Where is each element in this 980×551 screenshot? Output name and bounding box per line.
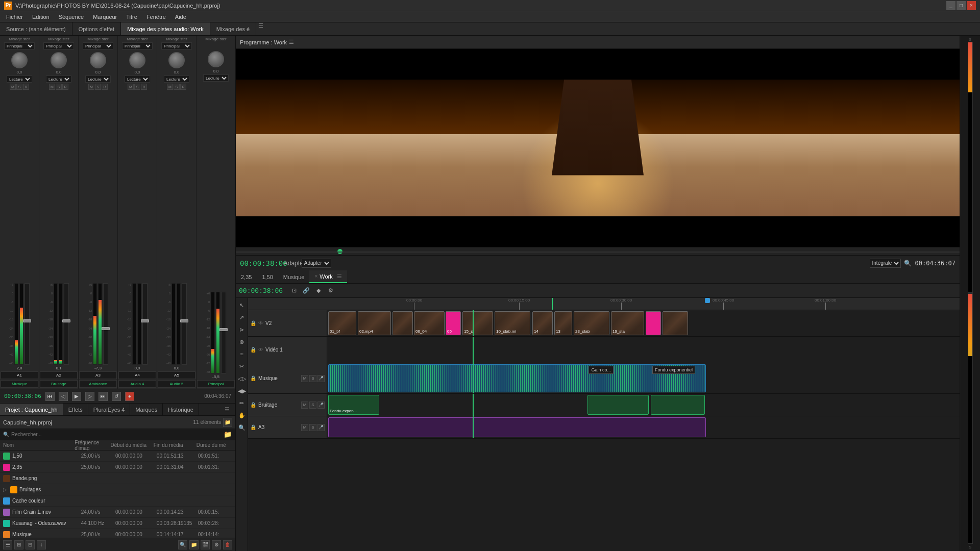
track-a3-m[interactable]: M (301, 424, 308, 431)
new-bin-footer-btn[interactable]: 📁 (189, 540, 199, 549)
list-item[interactable]: Film Grain 1.mov 24,00 i/s 00:00:00:00 0… (0, 507, 235, 518)
clip-10stab[interactable]: 10_stab.mi (495, 311, 530, 335)
search-input[interactable] (11, 432, 222, 437)
ch1-lecture-select[interactable]: Lecture (7, 76, 32, 83)
ch5-principal-select[interactable]: Principal (161, 42, 192, 49)
close-button[interactable]: × (967, 1, 976, 10)
ch1-m-btn[interactable]: M (10, 84, 16, 90)
tool-slip[interactable]: ◁▷ (237, 373, 247, 384)
monitor-playhead-bar[interactable] (236, 247, 960, 255)
ch5-lecture-select[interactable]: Lecture (164, 76, 189, 83)
ch5-fader-handle[interactable] (180, 319, 188, 322)
clip-23stab[interactable]: 23_stab (574, 311, 609, 335)
ch1-fader-handle[interactable] (23, 319, 31, 322)
clip-02-mp4[interactable]: 02.mp4 (358, 311, 391, 335)
ch3-s-btn[interactable]: S (95, 84, 101, 90)
ch2-m-btn[interactable]: M (49, 84, 55, 90)
track-a2-lock-icon[interactable]: 🔒 (250, 402, 256, 408)
monitor-zoom-btn[interactable]: 🔍 (903, 258, 913, 268)
track-v1-lock-icon[interactable]: 🔒 (250, 347, 256, 353)
proj-tab-markers[interactable]: Marques (130, 404, 163, 415)
new-bin-btn[interactable]: 📁 (224, 431, 232, 438)
ch5-r-btn[interactable]: R (180, 84, 186, 90)
tool-slide[interactable]: ◀▶ (237, 386, 247, 396)
ch3-principal-select[interactable]: Principal (83, 42, 113, 49)
track-a3-mic[interactable]: 🎤 (317, 424, 325, 431)
minimize-button[interactable]: _ (946, 1, 955, 10)
ch5-m-btn[interactable]: M (167, 84, 173, 90)
ch5-knob[interactable] (168, 52, 185, 68)
ch3-lecture-select[interactable]: Lecture (85, 76, 111, 83)
clip-15s[interactable]: 15_s (462, 311, 493, 335)
panel-menu-icon[interactable]: ☰ (256, 22, 265, 35)
ch1-knob[interactable] (11, 52, 28, 68)
ch4-s-btn[interactable]: S (134, 84, 140, 90)
sort-btn[interactable]: ↕ (37, 540, 46, 549)
ch2-r-btn[interactable]: R (62, 84, 68, 90)
tool-rate[interactable]: ≈ (237, 349, 247, 359)
tool-hand[interactable]: ✋ (237, 410, 247, 420)
tool-select[interactable]: ↖ (237, 300, 247, 310)
clip-14[interactable]: 14 (532, 311, 553, 335)
monitor-quality-select[interactable]: Intégrale (870, 259, 901, 268)
ch6-knob[interactable] (208, 51, 224, 67)
play-btn[interactable]: ▶ (72, 392, 81, 401)
maximize-button[interactable]: □ (957, 1, 966, 10)
clip-05[interactable]: 05 (446, 311, 461, 335)
proj-tab-history[interactable]: Historique (163, 404, 199, 415)
ch3-r-btn[interactable]: R (102, 84, 108, 90)
track-v2-eye-icon[interactable]: 👁 (258, 320, 263, 326)
clip-04[interactable]: 06_04 (414, 311, 445, 335)
menu-titre[interactable]: Titre (122, 13, 141, 21)
track-a2-mic[interactable]: 🎤 (317, 402, 325, 409)
tl-link-btn[interactable]: 🔗 (301, 286, 311, 296)
list-item[interactable]: 2,35 25,00 i/s 00:00:00:00 00:01:31:04 0… (0, 462, 235, 473)
ch5-fader[interactable] (182, 283, 187, 365)
expand-icon-bruitages[interactable]: ▷ (3, 487, 9, 492)
tool-roll[interactable]: ⊗ (237, 337, 247, 347)
tool-razor[interactable]: ✂ (237, 361, 247, 371)
menu-aide[interactable]: Aide (171, 13, 190, 21)
track-a1-s[interactable]: S (309, 375, 316, 382)
delete-btn[interactable]: 🗑 (223, 540, 232, 549)
next-btn[interactable]: ⏭ (99, 392, 108, 401)
list-item[interactable]: Cache couleur (0, 495, 235, 507)
clip-bruitage3[interactable] (651, 395, 705, 415)
prev-btn[interactable]: ⏮ (45, 392, 55, 401)
tool-pen[interactable]: ✏ (237, 398, 247, 408)
ch4-knob[interactable] (129, 52, 145, 68)
clip-19[interactable]: 19_sta (611, 311, 644, 335)
tl-settings-btn[interactable]: ⚙ (326, 286, 336, 296)
list-item[interactable]: Kusanagi - Odesza.wav 44 100 Hz 00:00:00… (0, 518, 235, 529)
proj-tab-project[interactable]: Projet : Capucine_hh (0, 404, 63, 415)
ch6-fader-handle[interactable] (219, 328, 228, 331)
track-a2-s[interactable]: S (309, 402, 316, 409)
tl-tab-work-close[interactable]: × (314, 273, 317, 279)
ch2-s-btn[interactable]: S (56, 84, 62, 90)
list-item[interactable]: Bande.png (0, 473, 235, 484)
list-item[interactable]: ▷ Bruitages (0, 484, 235, 495)
tab-mixer[interactable]: Mixage des pistes audio: Work (121, 22, 210, 35)
menu-fichier[interactable]: Fichier (2, 13, 27, 21)
clip-last[interactable] (663, 311, 688, 335)
ch4-principal-select[interactable]: Principal (122, 42, 153, 49)
track-v1-eye-icon[interactable]: 👁 (258, 347, 263, 353)
clip-03[interactable] (393, 311, 413, 335)
ch1-r-btn[interactable]: R (23, 84, 29, 90)
search-footer-btn[interactable]: 🔍 (178, 540, 187, 549)
loop-btn[interactable]: ↺ (112, 392, 121, 401)
tl-tab-musique[interactable]: Musique (278, 270, 310, 283)
ch1-s-btn[interactable]: S (16, 84, 22, 90)
program-monitor-menu[interactable]: ☰ (289, 39, 294, 45)
ch4-r-btn[interactable]: R (141, 84, 147, 90)
tl-tab-work-menu[interactable]: ☰ (337, 273, 342, 280)
track-v2-lock-icon[interactable]: 🔒 (250, 320, 256, 326)
ch3-fader-handle[interactable] (102, 327, 110, 330)
ch4-fader-handle[interactable] (141, 319, 149, 322)
auto-match-btn[interactable]: ⚙ (212, 540, 221, 549)
ch4-fader[interactable] (142, 283, 148, 365)
new-folder-btn[interactable]: 📁 (223, 418, 232, 427)
tl-tab-235[interactable]: 2,35 (236, 270, 257, 283)
clip-a3-main[interactable] (328, 417, 706, 437)
tl-tab-work[interactable]: × Work ☰ (309, 270, 347, 283)
